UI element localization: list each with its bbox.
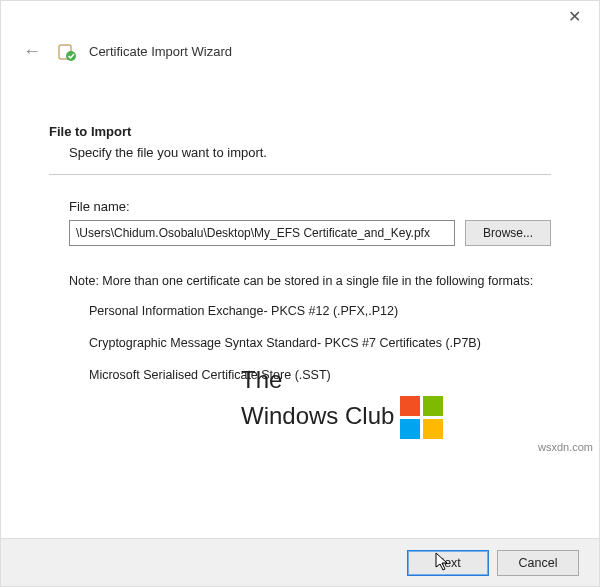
back-arrow-icon[interactable]: ← bbox=[19, 39, 45, 64]
note-format-2: Cryptographic Message Syntax Standard- P… bbox=[69, 336, 551, 350]
windows-logo-icon bbox=[400, 396, 443, 439]
close-icon[interactable]: ✕ bbox=[560, 5, 589, 28]
next-button[interactable]: Next bbox=[407, 550, 489, 576]
watermark-site: wsxdn.com bbox=[538, 441, 593, 453]
file-field-group: File name: Browse... bbox=[49, 199, 551, 246]
browse-button[interactable]: Browse... bbox=[465, 220, 551, 246]
note-intro: Note: More than one certificate can be s… bbox=[69, 274, 551, 288]
content-area: File to Import Specify the file you want… bbox=[1, 64, 599, 382]
note-format-1: Personal Information Exchange- PKCS #12 … bbox=[69, 304, 551, 318]
wizard-title: Certificate Import Wizard bbox=[89, 44, 232, 59]
page-subheading: Specify the file you want to import. bbox=[49, 139, 551, 160]
header-row: ← Certificate Import Wizard bbox=[1, 33, 599, 64]
footer-bar: Next Cancel bbox=[1, 538, 599, 586]
watermark-line2: Windows Club bbox=[241, 403, 394, 428]
file-name-input[interactable] bbox=[69, 220, 455, 246]
titlebar: ✕ bbox=[1, 1, 599, 33]
watermark-text-block: The Windows Club bbox=[241, 367, 443, 439]
cancel-button[interactable]: Cancel bbox=[497, 550, 579, 576]
certificate-wizard-icon bbox=[57, 42, 77, 62]
watermark-line1: The bbox=[241, 367, 443, 392]
wizard-window: ✕ ← Certificate Import Wizard File to Im… bbox=[0, 0, 600, 587]
page-heading: File to Import bbox=[49, 124, 551, 139]
svg-point-1 bbox=[66, 51, 76, 61]
file-name-label: File name: bbox=[69, 199, 551, 214]
note-block: Note: More than one certificate can be s… bbox=[49, 246, 551, 382]
divider bbox=[49, 174, 551, 175]
watermark-logo: The Windows Club bbox=[241, 367, 443, 439]
